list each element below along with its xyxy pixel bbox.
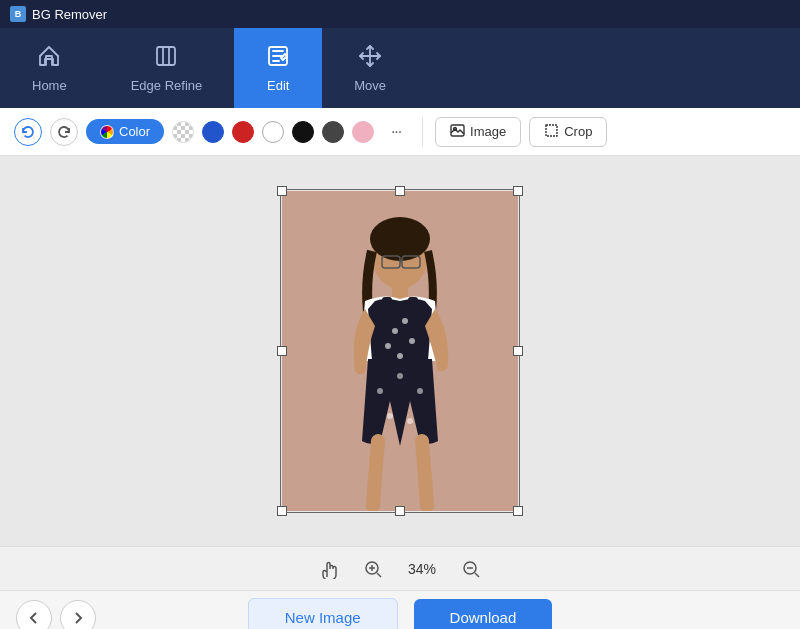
edit-icon [266,44,290,72]
nav-label-edit: Edit [267,78,289,93]
crop-btn-label: Crop [564,124,592,139]
toolbar-divider [422,118,423,146]
undo-button[interactable] [14,118,42,146]
swatch-black[interactable] [292,121,314,143]
nav-item-home[interactable]: Home [0,28,99,108]
canvas-area [0,156,800,546]
status-bar: 34% [0,546,800,590]
image-btn-icon [450,123,465,141]
next-arrow-button[interactable] [60,600,96,630]
person-svg [310,201,490,511]
swatch-darkgray[interactable] [322,121,344,143]
svg-line-30 [475,573,479,577]
image-bg [282,191,518,511]
toolbar: Color ··· Image Crop [0,108,800,156]
svg-point-20 [377,388,383,394]
color-circle-icon [100,125,114,139]
new-image-button[interactable]: New Image [248,598,398,629]
nav-item-move[interactable]: Move [322,28,418,108]
crop-btn-icon [544,123,559,141]
color-btn-label: Color [119,124,150,139]
hand-tool-button[interactable] [314,554,344,584]
swatch-blue[interactable] [202,121,224,143]
swatch-transparent[interactable] [172,121,194,143]
crop-button[interactable]: Crop [529,117,607,147]
svg-point-19 [397,353,403,359]
svg-line-26 [377,573,381,577]
svg-point-24 [407,418,413,424]
nav-label-home: Home [32,78,67,93]
app-icon: B [10,6,26,22]
footer: New Image Download [0,590,800,629]
more-dots: ··· [391,123,401,141]
move-icon [358,44,382,72]
download-button[interactable]: Download [414,599,553,629]
zoom-out-button[interactable] [456,554,486,584]
svg-point-18 [409,338,415,344]
svg-point-22 [417,388,423,394]
prev-button[interactable] [16,600,96,630]
svg-point-17 [385,343,391,349]
svg-point-8 [370,217,430,261]
image-container[interactable] [282,191,518,511]
zoom-in-button[interactable] [358,554,388,584]
svg-point-23 [387,413,393,419]
nav-label-edge-refine: Edge Refine [131,78,203,93]
color-button[interactable]: Color [86,119,164,144]
svg-point-15 [392,328,398,334]
svg-rect-13 [382,297,392,347]
svg-point-16 [402,318,408,324]
more-colors-button[interactable]: ··· [382,118,410,146]
swatch-pink[interactable] [352,121,374,143]
edge-refine-icon [154,44,178,72]
swatch-red[interactable] [232,121,254,143]
svg-rect-0 [157,47,175,65]
navbar: Home Edge Refine Edit Move [0,28,800,108]
svg-rect-6 [546,125,557,136]
nav-item-edit[interactable]: Edit [234,28,322,108]
image-btn-label: Image [470,124,506,139]
nav-item-edge-refine[interactable]: Edge Refine [99,28,235,108]
app-name: BG Remover [32,7,107,22]
home-icon [37,44,61,72]
titlebar: B BG Remover [0,0,800,28]
prev-arrow-button[interactable] [16,600,52,630]
svg-point-21 [397,373,403,379]
swatch-white[interactable] [262,121,284,143]
redo-button[interactable] [50,118,78,146]
image-button[interactable]: Image [435,117,521,147]
nav-label-move: Move [354,78,386,93]
zoom-level: 34% [402,561,442,577]
